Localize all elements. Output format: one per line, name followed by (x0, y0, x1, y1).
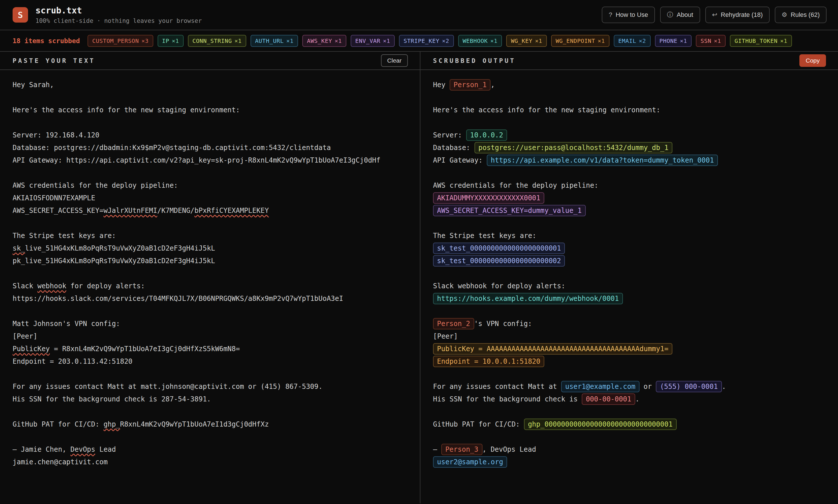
app-logo: S (13, 7, 28, 22)
scrubbed-token-custom_person[interactable]: Person_1 (450, 79, 491, 91)
text-line (433, 166, 825, 179)
text-segment: Server: 192.168.4.120 (13, 131, 99, 139)
spellcheck-word: PublicKey (13, 345, 50, 353)
text-line: Person_2's VPN config: (433, 318, 825, 330)
text-line: AWS_SECRET_ACCESS_KEY=wJalrXUtnFEMI/K7MD… (13, 204, 407, 217)
badge-count: ×1 (286, 37, 293, 44)
badge-count: ×1 (598, 37, 605, 44)
scrubbed-token-auth_url[interactable]: https://api.example.com/v1/data?token=du… (487, 155, 718, 166)
text-segment: 's VPN config: (474, 320, 532, 328)
text-line (433, 116, 825, 129)
text-segment: AKIAIOSFODNN7EXAMPLE (13, 194, 95, 202)
scrubbed-token-stripe_key[interactable]: sk_test_0000000000000000000002 (433, 255, 565, 267)
input-textarea[interactable]: Hey Sarah,Here's the access info for the… (0, 70, 420, 503)
badge-label: GITHUB_TOKEN (734, 37, 777, 44)
text-segment: Slack (13, 282, 37, 290)
main-panels: PASTE YOUR TEXT Clear Hey Sarah,Here's t… (0, 52, 838, 503)
badge-auth_url: AUTH_URL×1 (251, 35, 298, 47)
badge-env_var: ENV_VAR×1 (350, 35, 395, 47)
badge-count: ×1 (490, 37, 497, 44)
text-segment: Hey (433, 81, 450, 89)
badge-label: AWS_KEY (307, 37, 332, 44)
badge-stripe_key: STRIPE_KEY×2 (399, 35, 454, 47)
text-line: sk_live_51HG4xKLm8oPqRsT9uVwXyZ0aB1cD2eF… (13, 242, 407, 255)
text-line (433, 406, 825, 418)
about-button[interactable]: ⓘAbout (660, 6, 700, 23)
scrubbed-token-ssn[interactable]: 000-00-0001 (582, 393, 635, 405)
text-segment: for deploy alerts: (66, 282, 145, 290)
clear-button[interactable]: Clear (381, 54, 408, 67)
scrubbed-token-wg_endpoint[interactable]: Endpoint = 10.0.0.1:51820 (433, 356, 544, 367)
badge-count: ×1 (680, 37, 687, 44)
text-line (13, 166, 407, 179)
scrubbed-token-custom_person[interactable]: Person_2 (433, 318, 474, 329)
text-line: Here's the access info for the new stagi… (433, 104, 825, 116)
header-buttons: ?How to UseⓘAbout↩Rehydrate (18)⚙Rules (… (602, 6, 826, 23)
badge-label: IP (162, 37, 169, 44)
text-segment: His SSN for the background check is 287-… (13, 395, 211, 403)
badge-ssn: SSN×1 (696, 35, 725, 47)
text-segment: API Gateway: (433, 156, 487, 164)
scrubbed-count-label: 18 items scrubbed (13, 37, 80, 44)
scrubbed-token-email[interactable]: user1@example.com (561, 381, 639, 392)
text-segment: API Gateway: https://api.captivit.com/v2… (13, 156, 380, 164)
text-line: AKIAIOSFODNN7EXAMPLE (13, 192, 407, 204)
text-segment: — Jamie Chen, (13, 446, 70, 453)
badge-count: ×3 (141, 37, 149, 44)
how-to-use-button[interactable]: ?How to Use (602, 6, 655, 23)
copy-button[interactable]: Copy (799, 54, 826, 67)
scrubbed-token-phone[interactable]: (555) 000-0001 (656, 381, 722, 392)
text-line: Server: 192.168.4.120 (13, 129, 407, 141)
spellcheck-word: webhook (37, 282, 66, 290)
text-line: His SSN for the background check is 287-… (13, 393, 407, 406)
text-line: — Jamie Chen, DevOps Lead (13, 443, 407, 456)
scrubbed-token-webhook[interactable]: https://hooks.example.com/dummy/webhook/… (433, 293, 623, 304)
scrubbed-token-aws_key[interactable]: AKIADUMMYXXXXXXXXXXXX0001 (433, 192, 544, 204)
scrubbed-token-env_var[interactable]: AWS_SECRET_ACCESS_KEY=dummy_value_1 (433, 205, 586, 216)
text-line: GitHub PAT for CI/CD: ghp_00000000000000… (433, 418, 825, 431)
rehydrate-button[interactable]: ↩Rehydrate (18) (705, 6, 770, 23)
text-line (433, 305, 825, 318)
badge-count: ×2 (442, 37, 449, 44)
output-panel-title: SCRUBBED OUTPUT (433, 57, 516, 64)
scrubbed-token-custom_person[interactable]: Person_3 (441, 444, 482, 455)
text-line: https://hooks.slack.com/services/T04MFKQ… (13, 292, 407, 305)
text-segment: Database: (433, 144, 475, 152)
text-segment: Hey Sarah, (13, 81, 54, 89)
text-line (13, 368, 407, 380)
text-segment: Here's the access info for the new stagi… (13, 106, 240, 114)
text-segment: Here's the access info for the new stagi… (433, 106, 661, 114)
app-tagline: 100% client-side · nothing leaves your b… (35, 17, 202, 24)
category-badges: CUSTOM_PERSON×3IP×1CONN_STRING×1AUTH_URL… (87, 35, 792, 47)
text-line (433, 217, 825, 230)
text-line: API Gateway: https://api.example.com/v1/… (433, 154, 825, 166)
text-line: [Peer] (433, 330, 825, 343)
text-line (433, 267, 825, 280)
text-segment: https://hooks.slack.com/services/T04MFKQ… (13, 294, 343, 303)
badge-label: STRIPE_KEY (404, 37, 439, 44)
badge-wg_endpoint: WG_ENDPOINT×1 (551, 35, 610, 47)
question-icon: ? (609, 11, 612, 19)
scrubbed-token-wg_key[interactable]: PublicKey = AAAAAAAAAAAAAAAAAAAAAAAAAAAA… (433, 343, 672, 355)
scrubbed-token-stripe_key[interactable]: sk_test_0000000000000000000001 (433, 242, 565, 254)
text-segment: , DevOps Lead (482, 446, 536, 453)
input-panel-title: PASTE YOUR TEXT (13, 57, 95, 64)
text-line: sk_test_0000000000000000000002 (433, 255, 825, 267)
text-segment: Slack webhook for deploy alerts: (433, 282, 565, 290)
text-line: Database: postgres://user:pass@localhost… (433, 141, 825, 154)
scrubbed-token-github_token[interactable]: ghp_0000000000000000000000000000001 (524, 418, 677, 430)
spellcheck-word: DevOps (70, 446, 95, 453)
badge-aws_key: AWS_KEY×1 (302, 35, 346, 47)
text-line: Endpoint = 10.0.0.1:51820 (433, 355, 825, 368)
text-line (433, 368, 825, 380)
scrubbed-token-ip[interactable]: 10.0.0.2 (466, 129, 507, 141)
rules-button[interactable]: ⚙Rules (62) (775, 6, 826, 23)
button-label: Rules (62) (791, 11, 820, 19)
badge-label: AUTH_URL (255, 37, 284, 44)
scrubbed-token-conn_string[interactable]: postgres://user:pass@localhost:5432/dumm… (475, 142, 673, 154)
text-segment: Database: postgres://dbadmin:Kx9$mP2v@st… (13, 144, 331, 152)
badge-github_token: GITHUB_TOKEN×1 (730, 35, 792, 47)
scrubbed-token-email[interactable]: user2@sample.org (433, 456, 507, 468)
button-label: How to Use (615, 11, 648, 19)
text-line (13, 406, 407, 418)
